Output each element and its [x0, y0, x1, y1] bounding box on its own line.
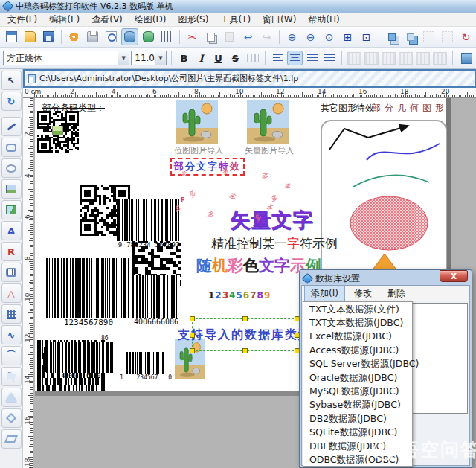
rounded-rect-tool[interactable]	[1, 138, 22, 157]
pick-color-button[interactable]: ↻	[457, 28, 475, 45]
zoom-out-button[interactable]: ⊖	[302, 28, 319, 45]
ean8-barcode[interactable]: 4006666086	[132, 275, 180, 326]
datasource-item-7[interactable]: Sybase数据源(JDBC)	[303, 399, 412, 412]
qrcode-tool[interactable]	[1, 304, 22, 324]
patterned-ellipse[interactable]	[350, 196, 428, 250]
menu-view[interactable]: 查看(V)	[86, 13, 129, 26]
datasource-item-2[interactable]: Excel数据源(JDBC)	[303, 330, 412, 344]
geometry-label[interactable]: 部分几何图形	[372, 102, 448, 115]
polygon-tool[interactable]	[1, 367, 22, 386]
italic-button[interactable]: I	[193, 51, 209, 66]
line-tool[interactable]	[1, 117, 22, 136]
menu-draw[interactable]: 绘图(D)	[129, 13, 173, 26]
precise-char-text-sample[interactable]: 精准控制某一字符示例	[211, 235, 338, 252]
chevron-down-icon[interactable]: ▼	[155, 51, 166, 65]
barcode-tool[interactable]	[1, 263, 22, 282]
zoom-in-button[interactable]: ⊕	[283, 28, 300, 45]
font-family-select[interactable]: 方正姚体 ▼	[3, 51, 129, 65]
vector-image-sample[interactable]	[247, 100, 289, 144]
dialog-menu-1[interactable]: 修改	[347, 286, 379, 301]
resize-handle[interactable]	[242, 348, 248, 353]
dialog-menu-0[interactable]: 添加(I)	[304, 286, 345, 301]
rich-text-tool[interactable]: R	[1, 242, 22, 261]
align-left-button[interactable]	[270, 51, 286, 65]
parallelogram-tool[interactable]	[1, 429, 22, 449]
copy-button[interactable]	[202, 28, 219, 45]
menu-file[interactable]: 文件(F)	[1, 13, 43, 26]
polyline-arrow[interactable]	[329, 126, 408, 150]
send-back-button[interactable]	[402, 28, 419, 45]
dialog-menu-2[interactable]: 删除	[381, 286, 412, 301]
bitmap-image-tool[interactable]	[1, 179, 22, 199]
text-tool[interactable]: A	[1, 221, 22, 240]
print-button[interactable]	[84, 28, 101, 45]
resize-handle[interactable]	[190, 348, 195, 353]
datasource-listbox[interactable]	[411, 303, 468, 414]
curve-tool[interactable]: ∿	[1, 325, 22, 344]
bitmap-image-caption[interactable]: 位图图片导入	[174, 145, 223, 156]
upce-barcode[interactable]: 1 234567 0	[121, 352, 173, 381]
vector-image-caption[interactable]: 矢量图片导入	[245, 145, 294, 156]
datasource-item-6[interactable]: MySQL数据源(JDBC)	[303, 385, 412, 398]
triangle-tool[interactable]	[1, 388, 22, 407]
fit-window-button[interactable]: ⊞	[339, 28, 356, 45]
ean8-barcode-2[interactable]: 86 40066660	[46, 342, 116, 379]
menu-help[interactable]: 帮助(H)	[302, 13, 345, 26]
strike-button[interactable]: S	[228, 51, 243, 66]
colored-digits-sample[interactable]: 123456789	[208, 290, 271, 301]
database-button[interactable]	[121, 28, 138, 45]
center-page-button[interactable]: ⊡	[358, 28, 375, 45]
bold-button[interactable]: B	[176, 51, 192, 66]
select-tool[interactable]: ↖	[1, 71, 22, 90]
menu-window[interactable]: 窗口(W)	[257, 13, 302, 26]
menu-tools[interactable]: 工具(T)	[214, 13, 257, 26]
arc-tool[interactable]: ⌒	[1, 346, 22, 365]
rotate-tool[interactable]: ↻	[1, 92, 22, 111]
blue-curve[interactable]	[367, 144, 440, 160]
chevron-down-icon[interactable]: ▼	[118, 51, 129, 65]
vector-image-tool[interactable]	[1, 200, 22, 219]
diamond-tool[interactable]	[1, 408, 22, 428]
text-panel-button[interactable]	[458, 50, 475, 67]
ellipse-tool[interactable]	[1, 158, 22, 178]
seal-tool[interactable]: △	[1, 283, 22, 303]
datasource-item-0[interactable]: TXT文本数据源(文件)	[303, 303, 412, 316]
dialog-title-bar[interactable]: 数据库设置 X	[301, 272, 470, 285]
open-button[interactable]	[22, 28, 39, 45]
bring-front-button[interactable]	[383, 28, 400, 45]
grid-button[interactable]	[158, 28, 176, 45]
datasource-item-8[interactable]: DB2数据源(JDBC)	[303, 412, 412, 426]
resize-handle[interactable]	[242, 316, 248, 321]
datasource-item-1[interactable]: TXT文本数据源(JDBC)	[303, 316, 412, 330]
new-button[interactable]	[3, 28, 20, 45]
code128-barcode[interactable]: 1234567890	[46, 258, 131, 327]
resize-handle[interactable]	[190, 333, 195, 338]
underline-button[interactable]: U	[210, 51, 226, 66]
align-justify-button[interactable]	[321, 51, 337, 65]
align-center-button[interactable]	[287, 51, 303, 65]
file-tab[interactable]: C:\Users\Administrator\Desktop\公司图片\主界面截…	[23, 69, 476, 88]
selected-text[interactable]: 支持导入的数据库类型	[178, 327, 312, 343]
zoom-reset-button[interactable]: ⊙	[321, 28, 338, 45]
font-size-select[interactable]: 11.0 ▼	[131, 51, 167, 65]
menu-shape[interactable]: 图形(S)	[172, 13, 214, 26]
selected-text-object[interactable]: 支持导入的数据库类型	[192, 318, 298, 351]
resize-handle[interactable]	[190, 316, 195, 321]
settings-button[interactable]	[65, 28, 83, 45]
save-button[interactable]	[40, 28, 57, 45]
ean13-barcode[interactable]: 9781234567897	[117, 199, 181, 249]
print-preview-button[interactable]	[103, 28, 120, 45]
green-arc[interactable]	[353, 175, 429, 187]
menu-edit[interactable]: 编辑(E)	[43, 13, 86, 26]
align-right-button[interactable]	[304, 51, 320, 65]
database-manage-button[interactable]	[140, 28, 157, 45]
cut-button[interactable]: ✂	[184, 28, 201, 45]
undo-button[interactable]: ↩	[239, 28, 257, 45]
bitmap-image-sample[interactable]	[176, 100, 218, 144]
datasource-item-3[interactable]: Access数据源(JDBC)	[303, 344, 412, 357]
datasource-item-4[interactable]: SQL Server数据源(JDBC)	[303, 358, 412, 371]
qrcode-with-logo[interactable]	[37, 111, 79, 153]
close-button[interactable]: X	[440, 270, 468, 282]
char-spacing-button[interactable]	[245, 51, 260, 66]
datasource-item-5[interactable]: Oracle数据源(JDBC)	[303, 371, 412, 385]
